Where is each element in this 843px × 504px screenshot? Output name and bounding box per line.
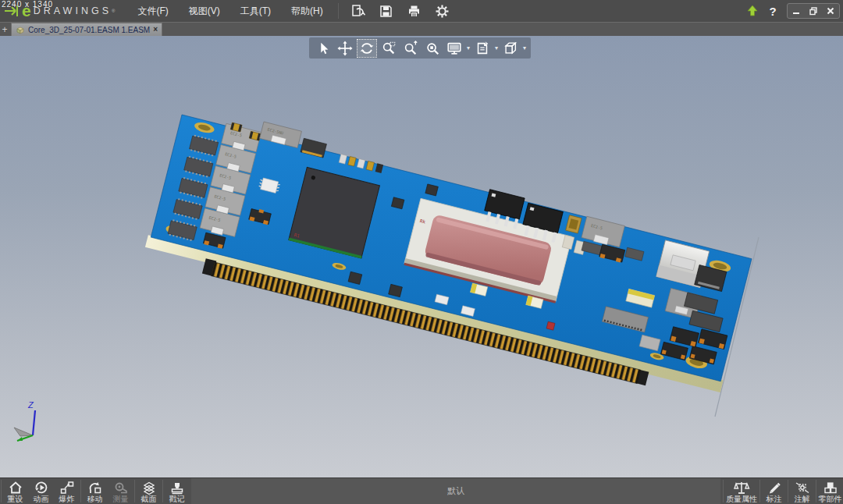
rotate-tool[interactable]	[357, 39, 377, 58]
section-label: 截面	[141, 495, 157, 503]
animation-label: 动画	[34, 495, 49, 503]
animation-icon	[34, 481, 49, 495]
logo-trademark: ®	[112, 9, 115, 13]
titlebar-right: ?	[746, 0, 840, 22]
stamp-button[interactable]: 戳记	[164, 478, 190, 504]
annotations-icon	[795, 481, 810, 495]
stamp-icon	[169, 481, 185, 495]
move-label: 移动	[87, 495, 103, 503]
help-button[interactable]: ?	[765, 5, 781, 18]
stamps-icon	[475, 41, 490, 56]
stamps-dropdown-caret[interactable]: ▾	[494, 44, 499, 51]
mass-properties-button[interactable]: 质量属性	[724, 478, 759, 504]
statusbar-separator	[1, 480, 2, 502]
minimize-icon	[791, 6, 801, 16]
edrawings-window: 2240 x 1340 e DRAWINGS ® 文件(F) 视图(V) 工具(…	[0, 0, 843, 504]
tab-label: Core_3D_25-07-01.EASM 1.EASM	[28, 26, 150, 34]
close-button[interactable]	[822, 4, 839, 18]
orientation-dropdown-caret[interactable]: ▾	[522, 44, 527, 51]
tab-bar: + Core_3D_25-07-01.EASM 1.EASM ×	[0, 22, 843, 36]
menu-tools[interactable]: 工具(T)	[230, 0, 281, 22]
reset-label: 重设	[8, 495, 23, 503]
annotations-button[interactable]: 注解	[789, 478, 815, 504]
save-button[interactable]	[376, 2, 397, 20]
pencil-markup-icon	[767, 481, 782, 495]
zoom-inout-tool[interactable]	[400, 39, 421, 58]
axis-z-label: Z	[27, 400, 34, 410]
view-orientation-tool[interactable]	[500, 39, 521, 58]
3d-viewport[interactable]: EC2-5EC2-5 EC2-5EC2-5EC2-5 EC2-5NU	[0, 36, 843, 477]
home-reset-icon	[8, 481, 23, 495]
section-button[interactable]: 截面	[136, 478, 162, 504]
print-button[interactable]	[404, 2, 425, 20]
settings-gear-icon	[435, 4, 450, 19]
open-button[interactable]	[348, 2, 368, 20]
cube-icon	[503, 41, 518, 56]
window-controls	[787, 3, 840, 19]
pan-icon	[337, 41, 353, 56]
select-tool[interactable]	[313, 39, 333, 58]
toolbar-separator	[338, 3, 339, 19]
tab-close-icon[interactable]: ×	[153, 26, 158, 34]
annotations-label: 注解	[795, 495, 810, 503]
markup-label: 标注	[767, 495, 782, 503]
close-icon	[826, 6, 835, 16]
statusbar-separator	[162, 480, 163, 502]
statusbar-separator	[816, 480, 816, 502]
restore-icon	[809, 6, 818, 16]
statusbar-separator	[723, 480, 724, 502]
explode-icon	[59, 481, 75, 495]
menu-view[interactable]: 视图(V)	[179, 0, 230, 22]
menu-bar: 文件(F) 视图(V) 工具(T) 帮助(H)	[127, 0, 333, 22]
print-icon	[407, 4, 422, 19]
statusbar-separator	[134, 480, 135, 502]
fullscreen-monitor-icon	[446, 41, 462, 56]
statusbar-separator	[80, 480, 81, 502]
axis-triad: Z	[9, 399, 50, 442]
pan-tool[interactable]	[335, 39, 355, 58]
resolution-overlay: 2240 x 1340	[2, 0, 53, 9]
configuration-bar: 默认	[191, 478, 720, 504]
zoom-fit-icon	[425, 41, 440, 56]
mass-properties-label: 质量属性	[726, 495, 757, 503]
title-bar: 2240 x 1340 e DRAWINGS ® 文件(F) 视图(V) 工具(…	[0, 0, 843, 22]
settings-button[interactable]	[432, 2, 453, 20]
rotate-icon	[359, 41, 375, 56]
explode-label: 爆炸	[59, 495, 75, 503]
document-tab[interactable]: Core_3D_25-07-01.EASM 1.EASM ×	[11, 23, 162, 36]
save-icon	[379, 4, 393, 19]
animation-button[interactable]: 动画	[28, 478, 54, 504]
upgrade-arrow-icon[interactable]	[746, 5, 759, 17]
new-tab-button[interactable]: +	[0, 23, 9, 36]
fullscreen-tool[interactable]	[444, 39, 464, 58]
components-icon	[823, 481, 838, 495]
menu-help[interactable]: 帮助(H)	[281, 0, 333, 22]
move-component-icon	[87, 481, 103, 495]
reset-button[interactable]: 重设	[2, 478, 28, 504]
components-button[interactable]: 零部件	[817, 478, 843, 504]
status-bar: 重设 动画 爆炸	[0, 477, 843, 504]
markup-button[interactable]: 标注	[761, 478, 787, 504]
statusbar-separator	[788, 480, 788, 502]
assembly-doc-icon	[16, 26, 25, 34]
measure-icon	[113, 481, 129, 495]
explode-button[interactable]: 爆炸	[54, 478, 80, 504]
section-icon	[141, 481, 157, 495]
zoom-area-tool[interactable]	[379, 39, 399, 58]
pcb-model[interactable]: EC2-5EC2-5 EC2-5EC2-5EC2-5 EC2-5NU	[0, 36, 843, 477]
fullscreen-dropdown-caret[interactable]: ▾	[466, 44, 471, 51]
menu-file[interactable]: 文件(F)	[127, 0, 178, 22]
restore-button[interactable]	[805, 4, 822, 18]
zoom-fit-tool[interactable]	[422, 39, 443, 58]
titlebar-toolbar	[348, 2, 453, 20]
view-toolbar: ▾ ▾ ▾	[309, 37, 531, 59]
open-icon	[350, 4, 365, 19]
move-button[interactable]: 移动	[82, 478, 108, 504]
stamp-label: 戳记	[169, 495, 185, 503]
minimize-button[interactable]	[788, 4, 805, 18]
components-label: 零部件	[819, 495, 842, 503]
stamps-tool[interactable]	[472, 39, 493, 58]
configuration-label: 默认	[447, 485, 464, 497]
zoom-inout-icon	[403, 41, 418, 56]
zoom-area-icon	[381, 41, 397, 56]
